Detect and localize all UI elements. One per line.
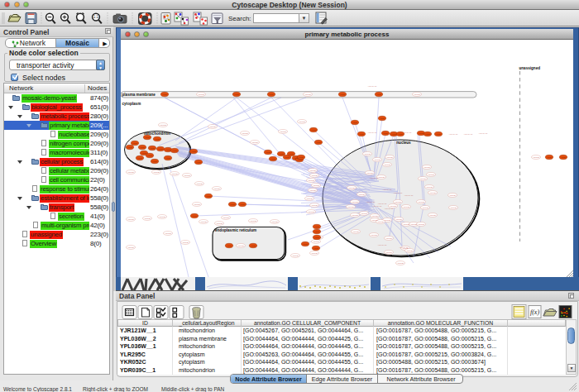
svg-text:Abc1(2): Abc1(2) xyxy=(352,214,359,217)
svg-text:Abc1(2): Abc1(2) xyxy=(397,262,404,265)
svg-text:Abc1(2): Abc1(2) xyxy=(385,251,393,254)
svg-text:Ybr21: Ybr21 xyxy=(165,149,171,151)
svg-text:endoplasmic reticulum: endoplasmic reticulum xyxy=(215,228,256,232)
svg-text:Abc1(2): Abc1(2) xyxy=(313,184,320,187)
svg-text:Ybr21: Ybr21 xyxy=(285,156,290,158)
svg-text:Abc1(2): Abc1(2) xyxy=(410,223,418,226)
svg-text:Abc1(2): Abc1(2) xyxy=(422,207,429,209)
svg-text:Ybr21: Ybr21 xyxy=(158,148,164,150)
svg-text:Ybr21: Ybr21 xyxy=(279,153,285,155)
svg-text:Abc1(2): Abc1(2) xyxy=(352,231,360,233)
svg-text:Ybr21: Ybr21 xyxy=(359,133,365,135)
svg-text:Abc1(2): Abc1(2) xyxy=(450,207,457,209)
svg-text:Abc1(2): Abc1(2) xyxy=(209,126,217,128)
svg-text:Ybr21: Ybr21 xyxy=(299,156,304,158)
svg-text:Ybr21: Ybr21 xyxy=(561,156,567,158)
svg-text:Abc1(2): Abc1(2) xyxy=(127,171,135,174)
svg-text:Ybr21: Ybr21 xyxy=(419,132,424,134)
svg-text:Abc1(2): Abc1(2) xyxy=(250,220,257,222)
svg-text:Abc1(2): Abc1(2) xyxy=(196,183,203,185)
svg-text:Ybr21: Ybr21 xyxy=(303,243,309,245)
svg-text:Ybr21: Ybr21 xyxy=(127,146,133,148)
svg-text:Ybr21: Ybr21 xyxy=(137,157,143,159)
svg-text:Abc1(2): Abc1(2) xyxy=(533,156,540,159)
svg-text:Yal0(3) ab: Yal0(3) ab xyxy=(464,133,474,136)
svg-text:Abc1(2): Abc1(2) xyxy=(251,141,259,144)
svg-text:Ybr21: Ybr21 xyxy=(234,93,240,95)
svg-text:Ybr21: Ybr21 xyxy=(311,129,317,131)
svg-text:Abc1(2): Abc1(2) xyxy=(299,121,306,123)
svg-text:Ybr21: Ybr21 xyxy=(172,150,178,151)
svg-text:Ybr21: Ybr21 xyxy=(383,132,389,134)
svg-text:Abc1(2): Abc1(2) xyxy=(426,186,433,189)
svg-text:Abc1(2): Abc1(2) xyxy=(311,204,318,207)
svg-text:Ybr21: Ybr21 xyxy=(165,157,171,159)
svg-text:Abc1(2): Abc1(2) xyxy=(309,170,317,172)
svg-text:Ybr21: Ybr21 xyxy=(314,226,320,227)
svg-text:Abc1(2): Abc1(2) xyxy=(403,206,410,208)
svg-text:Abc1(2): Abc1(2) xyxy=(364,153,371,155)
svg-text:Yal0(3) ab: Yal0(3) ab xyxy=(368,131,378,134)
svg-text:Abc1(2): Abc1(2) xyxy=(144,218,151,220)
svg-text:Yal0(3) ab: Yal0(3) ab xyxy=(479,132,489,135)
svg-text:Abc1(2): Abc1(2) xyxy=(347,206,355,208)
svg-text:Yal0(3) ab: Yal0(3) ab xyxy=(366,201,376,203)
svg-text:Abc1(2): Abc1(2) xyxy=(371,234,378,237)
svg-text:Yal0(3) ab: Yal0(3) ab xyxy=(368,85,378,88)
svg-text:Abc1(2): Abc1(2) xyxy=(127,246,135,249)
svg-text:Ybr21: Ybr21 xyxy=(425,133,431,135)
svg-text:Abc1(2): Abc1(2) xyxy=(160,124,167,127)
svg-text:Abc1(2): Abc1(2) xyxy=(371,215,379,218)
svg-text:Ybr21: Ybr21 xyxy=(150,147,156,149)
svg-text:1:1: 1:1 xyxy=(93,15,99,19)
svg-text:Ybr21: Ybr21 xyxy=(316,141,322,143)
svg-text:nucleus: nucleus xyxy=(396,141,411,145)
svg-text:Yal0(3) ab: Yal0(3) ab xyxy=(400,246,409,249)
svg-text:f(x): f(x) xyxy=(530,308,539,316)
svg-text:Ybr21: Ybr21 xyxy=(314,237,320,238)
svg-text:Abc1(2): Abc1(2) xyxy=(366,172,374,174)
svg-text:Ybr21: Ybr21 xyxy=(380,117,385,119)
svg-text:Yal0(3) ab: Yal0(3) ab xyxy=(378,244,388,246)
svg-text:Yal0(3) ab: Yal0(3) ab xyxy=(383,189,393,191)
svg-text:plasma membrane: plasma membrane xyxy=(122,93,156,97)
svg-text:Abc1(2): Abc1(2) xyxy=(237,245,245,247)
svg-text:Abc1(2): Abc1(2) xyxy=(153,171,160,174)
svg-text:Abc1(2): Abc1(2) xyxy=(280,131,287,133)
svg-text:Ybr21: Ybr21 xyxy=(314,231,320,232)
svg-text:Abc1(2): Abc1(2) xyxy=(216,222,223,225)
svg-text:Ybr21: Ybr21 xyxy=(398,133,404,135)
svg-text:Ybr21: Ybr21 xyxy=(340,93,346,95)
svg-text:Ybr21: Ybr21 xyxy=(147,155,153,156)
svg-text:Abc1(2): Abc1(2) xyxy=(395,201,402,203)
svg-text:Abc1(2): Abc1(2) xyxy=(308,179,315,182)
svg-text:Abc1(2): Abc1(2) xyxy=(200,221,208,223)
svg-text:Ybr21: Ybr21 xyxy=(240,203,246,205)
svg-text:Ybr21: Ybr21 xyxy=(192,215,198,217)
svg-text:Ybr21: Ybr21 xyxy=(436,133,442,135)
svg-text:Ybr21: Ybr21 xyxy=(251,245,256,246)
svg-text:Yal0(3) ab: Yal0(3) ab xyxy=(370,177,380,179)
svg-text:Ybr21: Ybr21 xyxy=(132,142,138,144)
svg-text:Abc1(2): Abc1(2) xyxy=(127,218,135,221)
svg-text:Ybr21: Ybr21 xyxy=(145,136,151,138)
svg-text:cytoplasm: cytoplasm xyxy=(122,102,141,106)
svg-text:Abc1(2): Abc1(2) xyxy=(306,198,313,200)
svg-text:Yal0(3) ab: Yal0(3) ab xyxy=(404,194,414,197)
svg-text:Abc1(2): Abc1(2) xyxy=(309,189,317,192)
svg-text:Abc1(2): Abc1(2) xyxy=(361,213,368,215)
svg-text:Ybr21: Ybr21 xyxy=(196,161,202,163)
svg-text:Abc1(2): Abc1(2) xyxy=(419,178,427,180)
svg-text:Abc1(2): Abc1(2) xyxy=(358,194,366,196)
svg-text:unassigned: unassigned xyxy=(519,66,541,70)
svg-text:Yal0(3) ab: Yal0(3) ab xyxy=(378,203,388,205)
svg-text:Abc1(2): Abc1(2) xyxy=(406,250,414,252)
svg-text:Ybr21: Ybr21 xyxy=(230,203,236,205)
svg-text:Abc1(2): Abc1(2) xyxy=(348,187,356,189)
svg-text:Ybr21: Ybr21 xyxy=(269,93,275,95)
svg-text:Ybr21: Ybr21 xyxy=(266,151,271,153)
svg-text:Ybr21: Ybr21 xyxy=(141,152,147,154)
svg-text:Ybr21: Ybr21 xyxy=(162,93,168,95)
svg-text:Yal0(3) ab: Yal0(3) ab xyxy=(385,208,395,210)
svg-text:Abc1(2): Abc1(2) xyxy=(292,255,299,257)
